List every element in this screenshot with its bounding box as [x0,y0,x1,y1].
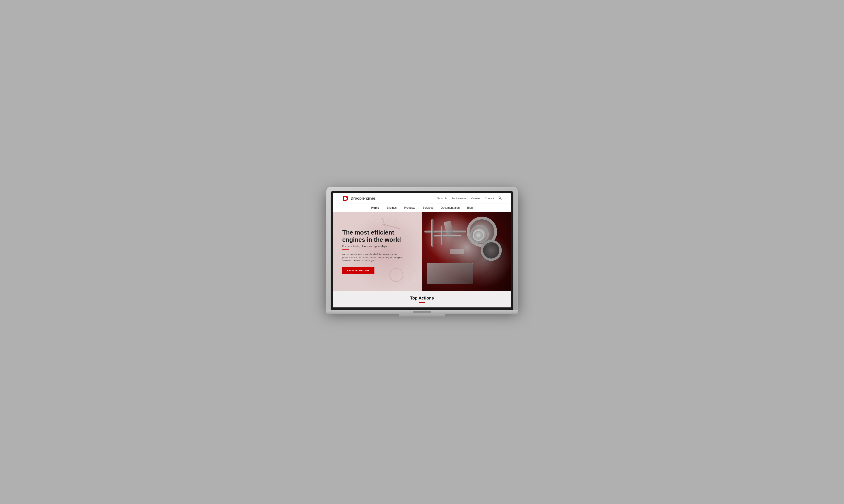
screen: Drooplengines About Us For investors Car… [333,193,511,307]
top-nav-investors[interactable]: For investors [452,197,467,200]
laptop-outer: Drooplengines About Us For investors Car… [326,187,518,310]
nav-documentation[interactable]: Documentation [441,206,460,210]
engine-pipe-vertical-1 [431,219,434,247]
hero-right [422,212,511,291]
screen-bezel: Drooplengines About Us For investors Car… [331,191,513,310]
engine-intake [481,240,502,261]
laptop-base [326,310,518,314]
svg-line-3 [501,198,502,200]
engine-detail-2 [450,249,464,254]
hero-subtitle: For cars, boats, planes and spaceships [342,245,413,248]
nav-engines[interactable]: Engines [386,206,397,210]
svg-point-1 [346,196,348,198]
logo-icon [342,195,349,202]
hero-content: The most efficient engines in the world … [342,229,413,274]
top-nav: About Us For investors Careers Contact [436,196,502,200]
engine-block [427,263,473,284]
top-actions-underline [419,302,425,303]
search-icon[interactable] [498,196,502,200]
engine-detail-1 [444,220,454,236]
top-nav-contact[interactable]: Contact [485,197,494,200]
laptop-wrapper: Drooplengines About Us For investors Car… [317,187,527,317]
hero-description: We produce the most powerful and efficie… [342,253,403,263]
engine-parts [422,212,511,291]
site-header: Drooplengines About Us For investors Car… [333,193,511,212]
laptop-notch [413,311,431,313]
main-nav: Home Engines Products Services Documenta… [333,204,511,212]
engine-pipe-vertical-2 [441,226,443,245]
hero-divider [342,249,349,250]
hero-title: The most efficient engines in the world [342,229,413,244]
engine-circle-small [472,229,484,241]
top-actions-title: Top Actions [342,296,502,301]
logo-text: Drooplengines [351,196,376,200]
hero-section: The most efficient engines in the world … [333,212,511,291]
nav-blog[interactable]: Blog [467,206,472,210]
top-nav-about[interactable]: About Us [436,197,447,200]
hero-left: The most efficient engines in the world … [333,212,422,291]
nav-services[interactable]: Services [423,206,433,210]
browse-engines-button[interactable]: BROWSE ENGINES [342,267,375,274]
laptop-stand [399,314,445,317]
top-bar: Drooplengines About Us For investors Car… [333,193,511,204]
top-actions-section: Top Actions [333,291,511,307]
top-nav-careers[interactable]: Careers [471,197,480,200]
engine-pipe-horizontal-1 [424,231,466,233]
nav-products[interactable]: Products [404,206,415,210]
engine-visual [422,212,511,291]
logo-area: Drooplengines [342,195,376,202]
nav-home[interactable]: Home [372,206,379,210]
